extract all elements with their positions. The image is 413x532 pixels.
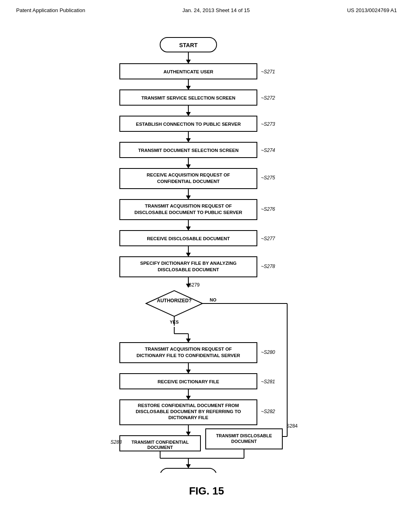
- svg-text:TRANSMIT DISCLOSABLE: TRANSMIT DISCLOSABLE: [216, 433, 272, 438]
- svg-marker-77: [186, 432, 191, 436]
- svg-marker-39: [186, 253, 191, 257]
- svg-rect-60: [120, 343, 257, 363]
- svg-marker-54: [186, 339, 191, 343]
- svg-text:~S282: ~S282: [261, 409, 275, 414]
- svg-text:~S273: ~S273: [261, 121, 275, 127]
- svg-rect-92: [160, 468, 217, 473]
- svg-text:S279: S279: [188, 282, 200, 288]
- svg-text:~S281: ~S281: [261, 379, 275, 384]
- svg-text:~S274: ~S274: [261, 148, 275, 153]
- svg-text:RECEIVE ACQUISITION REQUEST OF: RECEIVE ACQUISITION REQUEST OF: [147, 172, 230, 177]
- svg-marker-70: [186, 396, 191, 400]
- svg-text:DOCUMENT: DOCUMENT: [231, 439, 257, 444]
- svg-rect-23: [120, 168, 257, 189]
- svg-marker-2: [186, 60, 191, 64]
- main-content: START AUTHENTICATE USER ~S271 TRANSMIT S…: [0, 17, 413, 497]
- svg-text:S284: S284: [286, 423, 298, 429]
- figure-caption: FIG. 15: [189, 485, 224, 497]
- svg-marker-12: [186, 112, 191, 116]
- svg-marker-22: [186, 164, 191, 168]
- svg-text:DICTIONARY FILE TO CONFIDENTIA: DICTIONARY FILE TO CONFIDENTIAL SERVER: [137, 353, 241, 358]
- svg-text:~S275: ~S275: [261, 175, 275, 181]
- flowchart-svg: START AUTHENTICATE USER ~S271 TRANSMIT S…: [65, 29, 348, 473]
- svg-text:S283: S283: [111, 439, 122, 445]
- svg-text:TRANSMIT DOCUMENT SELECTION SC: TRANSMIT DOCUMENT SELECTION SCREEN: [138, 148, 238, 153]
- svg-text:NO: NO: [210, 297, 217, 302]
- svg-text:~S276: ~S276: [261, 206, 275, 212]
- svg-text:DISCLOSABLE DOCUMENT BY REFERR: DISCLOSABLE DOCUMENT BY REFERRING TO: [136, 409, 241, 414]
- svg-text:RECEIVE DICTIONARY FILE: RECEIVE DICTIONARY FILE: [158, 379, 219, 384]
- svg-marker-7: [186, 86, 191, 90]
- svg-text:TRANSMIT ACQUISITION REQUEST O: TRANSMIT ACQUISITION REQUEST OF: [145, 204, 232, 208]
- page-header: Patent Application Publication Jan. 24, …: [0, 0, 413, 17]
- svg-text:TRANSMIT CONFIDENTIAL: TRANSMIT CONFIDENTIAL: [131, 440, 189, 445]
- svg-text:TRANSMIT ACQUISITION REQUEST O: TRANSMIT ACQUISITION REQUEST OF: [145, 347, 232, 351]
- svg-rect-40: [120, 257, 257, 277]
- svg-marker-17: [186, 138, 191, 142]
- svg-text:DISCLOSABLE DOCUMENT: DISCLOSABLE DOCUMENT: [158, 267, 219, 272]
- header-middle: Jan. 24, 2013 Sheet 14 of 15: [182, 7, 250, 13]
- svg-text:~S277: ~S277: [261, 236, 275, 241]
- svg-text:DOCUMENT: DOCUMENT: [147, 445, 173, 450]
- svg-marker-28: [186, 195, 191, 200]
- svg-text:RECEIVE DISCLOSABLE DOCUMENT: RECEIVE DISCLOSABLE DOCUMENT: [147, 236, 230, 241]
- svg-marker-65: [186, 370, 191, 374]
- svg-text:TRANSMIT SERVICE SELECTION SCR: TRANSMIT SERVICE SELECTION SCREEN: [141, 96, 235, 100]
- svg-text:DICTIONARY FILE: DICTIONARY FILE: [168, 415, 208, 420]
- svg-text:CONFIDENTIAL DOCUMENT: CONFIDENTIAL DOCUMENT: [157, 179, 219, 184]
- start-label: START: [179, 42, 198, 48]
- header-left: Patent Application Publication: [16, 7, 85, 13]
- svg-text:~S280: ~S280: [261, 349, 275, 355]
- svg-text:RESTORE CONFIDENTIAL DOCUMENT : RESTORE CONFIDENTIAL DOCUMENT FROM: [138, 403, 239, 408]
- svg-text:ESTABLISH CONNECTION TO PUBLIC: ESTABLISH CONNECTION TO PUBLIC SERVER: [136, 122, 241, 127]
- svg-text:DISCLOSABLE DOCUMENT TO PUBLIC: DISCLOSABLE DOCUMENT TO PUBLIC SERVER: [134, 210, 242, 215]
- header-right: US 2013/0024769 A1: [347, 7, 397, 13]
- svg-marker-91: [186, 464, 191, 468]
- svg-marker-46: [146, 291, 202, 316]
- svg-text:~S272: ~S272: [261, 95, 275, 101]
- svg-marker-34: [186, 227, 191, 231]
- svg-text:SPECIFY DICTIONARY FILE BY ANA: SPECIFY DICTIONARY FILE BY ANALYZING: [140, 261, 237, 266]
- svg-text:~S278: ~S278: [261, 264, 275, 269]
- svg-text:~S271: ~S271: [261, 69, 275, 75]
- svg-text:AUTHORIZED?: AUTHORIZED?: [157, 298, 192, 303]
- svg-rect-29: [120, 200, 257, 220]
- svg-text:AUTHENTICATE USER: AUTHENTICATE USER: [163, 69, 213, 74]
